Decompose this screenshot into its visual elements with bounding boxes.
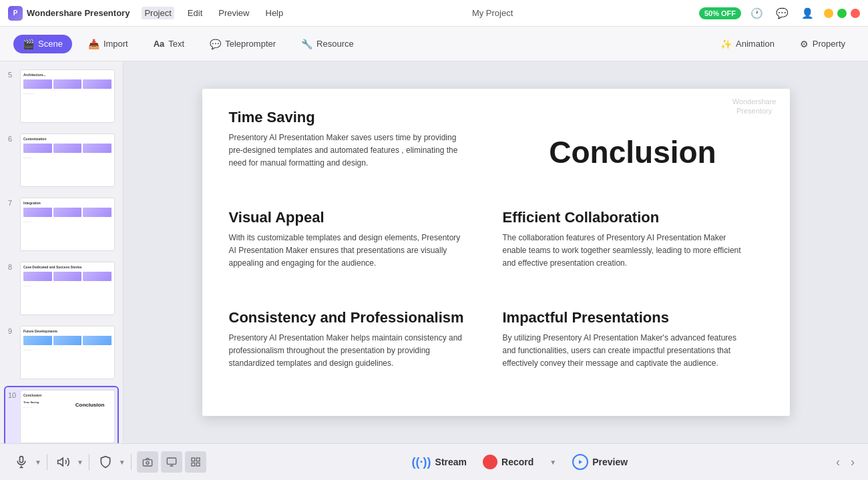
project-title: My Project	[472, 8, 513, 18]
slide-block	[53, 144, 82, 153]
stream-label: Stream	[435, 457, 467, 467]
slide-item-6[interactable]: 6 Customization ... ... ...	[5, 131, 118, 190]
slide-thumb-5: Architecture... ... ... ... ...	[20, 69, 115, 123]
section-body-visual-appeal: With its customizable templates and desi…	[229, 232, 469, 270]
toolbar: 🎬 Scene 📥 Import Aa Text 💬 Teleprompter …	[0, 27, 868, 61]
svg-rect-12	[196, 463, 200, 466]
scene-icon: 🎬	[23, 39, 34, 49]
slide-text: ... ... ...	[23, 156, 112, 160]
slide-item-7[interactable]: 7 Integration ... ... ...	[5, 195, 118, 254]
property-icon: ⚙	[800, 39, 809, 49]
svg-rect-11	[192, 463, 195, 466]
slide-canvas: WondersharePresentory Time Saving Presen…	[202, 89, 790, 416]
slide-text: ... ... ... ...	[23, 91, 112, 95]
slide-text: ... ... ...	[23, 405, 67, 409]
titlebar-left: P Wondershare Presentory Project Edit Pr…	[8, 6, 286, 21]
preview-label: Preview	[592, 457, 628, 467]
teleprompter-icon: 💬	[210, 39, 221, 49]
slide-thumb-title-7: Integration	[23, 201, 112, 205]
camera-button[interactable]	[137, 451, 158, 473]
stream-icon: ((·))	[412, 455, 431, 469]
app-name: Wondershare Presentory	[27, 8, 130, 18]
bottom-bar: ▼ ▼ ▼	[0, 443, 868, 480]
slide-number-10: 10	[8, 390, 16, 399]
slide-block	[23, 272, 52, 281]
app-logo: P Wondershare Presentory	[8, 6, 130, 21]
section-title-conclusion: Conclusion	[549, 134, 716, 170]
slide-block	[23, 79, 52, 89]
slide-item-9[interactable]: 9 Future Developments ... ... ...	[5, 323, 118, 382]
svg-rect-0	[20, 457, 23, 463]
bottom-right-controls: ‹ ›	[833, 455, 857, 469]
svg-point-5	[146, 461, 149, 464]
slide-item-10[interactable]: 10 Conclusion Time Saving ... ... ... Co…	[5, 387, 118, 443]
user-icon[interactable]: 👤	[799, 4, 817, 23]
slide-number-5: 5	[8, 69, 16, 79]
shield-button[interactable]	[95, 453, 116, 471]
record-label: Record	[501, 457, 533, 467]
text-button[interactable]: Aa Text	[144, 35, 194, 53]
scene-button[interactable]: 🎬 Scene	[13, 35, 72, 53]
minimize-button[interactable]	[824, 9, 833, 18]
slide-thumb-title-10: Conclusion	[23, 393, 112, 397]
import-button[interactable]: 📥 Import	[79, 35, 138, 53]
slide-item-8[interactable]: 8 Case Dedicated and Success Stories ...…	[5, 259, 118, 318]
menu-help[interactable]: Help	[263, 7, 286, 19]
slide-text: ... ... ...	[23, 220, 112, 224]
volume-button[interactable]	[53, 453, 74, 471]
import-icon: 📥	[88, 39, 99, 49]
text-icon: Aa	[154, 39, 165, 49]
svg-rect-9	[192, 458, 195, 461]
shield-dropdown[interactable]: ▼	[119, 459, 126, 466]
clock-icon[interactable]: 🕐	[748, 4, 767, 23]
close-button[interactable]	[851, 9, 860, 18]
mic-button[interactable]	[11, 453, 32, 471]
menu-project[interactable]: Project	[142, 7, 174, 19]
property-label: Property	[813, 39, 845, 49]
toolbar-left: 🎬 Scene 📥 Import Aa Text 💬 Teleprompter …	[13, 35, 363, 53]
slide-number-8: 8	[8, 262, 16, 271]
menu-edit[interactable]: Edit	[185, 7, 205, 19]
section-visual-appeal: Visual Appeal With its customizable temp…	[229, 209, 489, 296]
slide-thumb-8: Case Dedicated and Success Stories ... .…	[20, 262, 115, 315]
mic-dropdown[interactable]: ▼	[35, 459, 41, 466]
slide-block	[53, 336, 82, 345]
menu-preview[interactable]: Preview	[216, 7, 252, 19]
resource-icon: 🔧	[301, 39, 312, 49]
prev-arrow[interactable]: ‹	[833, 455, 843, 469]
text-label: Text	[168, 39, 184, 49]
record-button[interactable]: Record	[483, 455, 533, 469]
slide-thumb-7: Integration ... ... ...	[20, 198, 115, 251]
divider-2	[89, 454, 89, 470]
maximize-button[interactable]	[837, 9, 847, 18]
slide-block	[23, 144, 52, 153]
slide-block	[23, 208, 52, 217]
canvas-area[interactable]: WondersharePresentory Time Saving Presen…	[124, 61, 868, 443]
preview-button[interactable]: Preview	[572, 454, 628, 470]
layout-button[interactable]	[185, 451, 206, 473]
section-consistency: Consistency and Professionalism Presento…	[229, 309, 489, 396]
animation-label: Animation	[736, 39, 775, 49]
section-body-impactful: By utilizing Presentory AI Presentation …	[503, 332, 743, 371]
chat-icon[interactable]: 💬	[773, 4, 792, 23]
window-controls	[824, 9, 860, 18]
svg-rect-4	[143, 460, 152, 466]
stream-button[interactable]: ((·)) Stream	[412, 455, 467, 469]
discount-badge[interactable]: 50% OFF	[699, 7, 741, 19]
toolbar-right: ✨ Animation ⚙ Property	[711, 35, 855, 53]
property-button[interactable]: ⚙ Property	[791, 35, 855, 53]
slide-thumb-6: Customization ... ... ...	[20, 134, 115, 187]
section-title-visual-appeal: Visual Appeal	[229, 209, 489, 226]
teleprompter-button[interactable]: 💬 Teleprompter	[200, 35, 285, 53]
animation-button[interactable]: ✨ Animation	[711, 35, 784, 53]
svg-rect-6	[167, 458, 176, 464]
next-arrow[interactable]: ›	[848, 455, 857, 469]
resource-label: Resource	[316, 39, 354, 49]
volume-dropdown[interactable]: ▼	[77, 459, 83, 466]
resource-button[interactable]: 🔧 Resource	[292, 35, 363, 53]
divider-1	[47, 454, 47, 470]
slide-item-5[interactable]: 5 Architecture... ... ... ... ...	[5, 67, 118, 126]
record-dropdown[interactable]: ▼	[550, 459, 556, 466]
slide-block	[83, 208, 112, 217]
screen-button[interactable]	[161, 451, 182, 473]
